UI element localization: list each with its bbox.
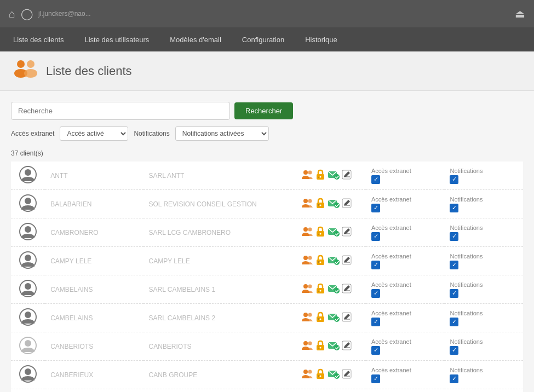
mail-icon[interactable] xyxy=(328,255,340,267)
users-icon[interactable] xyxy=(301,312,313,324)
user-icon[interactable]: ◯ xyxy=(21,7,33,20)
notifications-checkbox[interactable] xyxy=(450,232,458,241)
access-filter-label: Accès extranet xyxy=(11,130,54,137)
svg-point-0 xyxy=(17,60,25,68)
edit-icon[interactable] xyxy=(342,369,352,381)
client-company: CANB GROUPE xyxy=(143,361,288,389)
notif-status-cell: Notifications xyxy=(444,247,523,275)
lock-icon[interactable]: ? xyxy=(315,226,325,239)
access-extranet-checkbox[interactable] xyxy=(371,289,380,298)
action-icons: ? xyxy=(288,332,366,361)
users-icon[interactable] xyxy=(301,227,313,238)
client-company: SARL ANTT xyxy=(143,162,288,190)
nav-liste-utilisateurs[interactable]: Liste des utilisateurs xyxy=(83,29,152,50)
access-extranet-checkbox[interactable] xyxy=(371,175,380,184)
edit-icon[interactable] xyxy=(342,341,352,352)
avatar-cell xyxy=(11,190,45,218)
users-icon[interactable] xyxy=(301,341,313,352)
notif-status-cell: Notifications xyxy=(444,361,523,389)
avatar-cell xyxy=(11,275,45,304)
notifications-checkbox[interactable] xyxy=(450,374,458,383)
svg-point-84 xyxy=(334,345,340,350)
svg-point-2 xyxy=(27,60,35,68)
client-name: CANT xyxy=(45,389,143,393)
users-icon[interactable] xyxy=(301,255,313,267)
edit-icon[interactable] xyxy=(342,255,352,267)
search-input[interactable] xyxy=(11,102,230,120)
nav-modeles-email[interactable]: Modèles d'email xyxy=(168,29,223,50)
svg-point-30 xyxy=(303,227,308,232)
users-icon[interactable] xyxy=(301,369,313,381)
notifications-checkbox[interactable] xyxy=(450,318,458,326)
mail-icon[interactable] xyxy=(328,227,340,238)
table-row: CAMBRONERO SARL LCG CAMBRONERO xyxy=(11,218,523,247)
edit-icon[interactable] xyxy=(342,198,352,210)
nav-historique[interactable]: Historique xyxy=(303,29,340,50)
access-status-cell: Accès extranet xyxy=(366,389,444,393)
access-filter-select[interactable]: Accès activé Tous Accès désactivé xyxy=(60,126,128,141)
user-email: jl.junckers@nao... xyxy=(38,10,91,18)
access-extranet-checkbox[interactable] xyxy=(371,346,380,355)
notifications-label: Notifications xyxy=(450,253,518,260)
access-extranet-label: Accès extranet xyxy=(371,367,439,373)
access-extranet-label: Accès extranet xyxy=(371,253,439,260)
svg-point-54 xyxy=(303,284,308,289)
mail-icon[interactable] xyxy=(328,369,340,381)
users-icon[interactable] xyxy=(301,170,313,181)
edit-icon[interactable] xyxy=(342,284,352,295)
lock-icon[interactable]: ? xyxy=(315,368,325,381)
mail-icon[interactable] xyxy=(328,170,340,181)
nav-configuration[interactable]: Configuration xyxy=(240,29,286,50)
mail-icon[interactable] xyxy=(328,198,340,210)
table-row: CAMBELAINS SARL CAMBELAINS 1 xyxy=(11,275,523,304)
lock-icon[interactable]: ? xyxy=(315,312,325,324)
access-status-cell: Accès extranet xyxy=(366,332,444,361)
lock-icon[interactable]: ? xyxy=(315,255,325,267)
svg-point-12 xyxy=(334,174,340,180)
notifications-checkbox[interactable] xyxy=(450,204,458,212)
mail-icon[interactable] xyxy=(328,284,340,295)
access-extranet-checkbox[interactable] xyxy=(371,204,380,212)
access-extranet-label: Accès extranet xyxy=(371,281,439,288)
svg-point-21 xyxy=(320,205,321,206)
action-icons: ? xyxy=(288,162,366,190)
avatar-cell xyxy=(11,218,45,247)
client-company: CAMPY LELE xyxy=(143,247,288,275)
action-icons: ? xyxy=(288,218,366,247)
svg-point-55 xyxy=(308,285,312,289)
table-row: CANBERIEUX CANB GROUPE xyxy=(11,361,523,389)
mail-icon[interactable] xyxy=(328,341,340,352)
edit-icon[interactable] xyxy=(342,227,352,238)
page-header: Liste des clients xyxy=(0,51,534,91)
svg-point-53 xyxy=(25,283,31,290)
topbar-left: ⌂ ◯ jl.junckers@nao... xyxy=(9,7,91,20)
notifications-checkbox[interactable] xyxy=(450,261,458,269)
svg-point-89 xyxy=(25,368,31,375)
access-extranet-checkbox[interactable] xyxy=(371,318,380,326)
notifications-checkbox[interactable] xyxy=(450,289,458,298)
access-extranet-checkbox[interactable] xyxy=(371,261,380,269)
edit-icon[interactable] xyxy=(342,312,352,324)
home-icon[interactable]: ⌂ xyxy=(9,8,15,20)
svg-point-31 xyxy=(308,228,312,232)
mail-icon[interactable] xyxy=(328,312,340,324)
svg-point-48 xyxy=(334,260,340,265)
notifications-checkbox[interactable] xyxy=(450,175,458,184)
notifications-checkbox[interactable] xyxy=(450,346,458,355)
lock-icon[interactable]: ? xyxy=(315,169,325,182)
search-button[interactable]: Rechercher xyxy=(234,102,293,119)
lock-icon[interactable]: ? xyxy=(315,340,325,353)
avatar-cell xyxy=(11,332,45,361)
power-icon[interactable]: ⏏ xyxy=(515,7,525,20)
edit-icon[interactable] xyxy=(342,170,352,181)
nav-liste-clients[interactable]: Liste des clients xyxy=(11,29,66,50)
access-extranet-checkbox[interactable] xyxy=(371,374,380,383)
lock-icon[interactable]: ? xyxy=(315,283,325,296)
users-icon[interactable] xyxy=(301,284,313,295)
lock-icon[interactable]: ? xyxy=(315,198,325,210)
svg-point-18 xyxy=(303,199,308,203)
action-icons: ? xyxy=(288,275,366,304)
users-icon[interactable] xyxy=(301,198,313,210)
notif-filter-select[interactable]: Notifications activées Toutes Notificati… xyxy=(175,126,269,141)
access-extranet-checkbox[interactable] xyxy=(371,232,380,241)
